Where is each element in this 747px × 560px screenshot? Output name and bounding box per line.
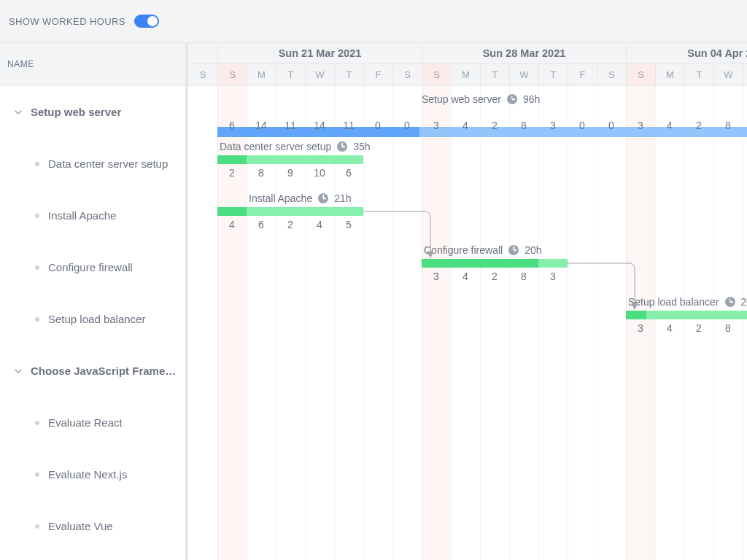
worked-hours-value: 4 [451, 120, 480, 131]
worked-hours-value: 8 [509, 120, 538, 131]
task-label: Evaluate React [48, 416, 123, 429]
worked-hours-value: 3 [538, 120, 568, 131]
worked-hours-value: 4 [655, 322, 684, 334]
show-worked-hours-toggle[interactable] [134, 15, 159, 28]
task-label: Configure firewall [48, 261, 133, 273]
worked-hours-value: 8 [713, 322, 743, 334]
task-label: Evaluate Next.js [48, 468, 127, 481]
bullet-icon [35, 472, 39, 477]
worked-hours-value: 3 [422, 271, 451, 282]
bar-duration: 20h [741, 296, 747, 308]
bullet-icon [35, 214, 39, 218]
worked-hours-value: 3 [626, 322, 655, 334]
task-row[interactable]: Setup load balancer [0, 293, 185, 345]
timeline-header: Sun 21 Mar 2021Sun 28 Mar 2021Sun 04 Apr… [188, 43, 747, 86]
timeline-row [188, 500, 747, 552]
bar-label: Setup load balancer [628, 296, 719, 308]
task-bar[interactable] [217, 155, 363, 164]
worked-hours-value: 3 [626, 120, 655, 131]
day-header: M [655, 64, 684, 85]
bar-duration: 96h [523, 93, 540, 105]
bullet-icon [35, 162, 39, 166]
task-row[interactable]: Evaluate React [0, 397, 185, 448]
task-list-sidebar: NAME Setup web serverData center server … [0, 43, 188, 560]
day-header: W [305, 64, 334, 85]
topbar: SHOW WORKED HOURS [0, 0, 747, 42]
day-header: S [217, 64, 247, 85]
task-label: Setup load balancer [48, 313, 145, 325]
bullet-icon [35, 524, 39, 529]
task-row[interactable]: Evaluate Vue [0, 500, 185, 552]
timeline-row [188, 345, 747, 397]
week-header: Sun 28 Mar 2021 [422, 43, 626, 63]
task-bar[interactable] [217, 207, 363, 216]
week-header [188, 43, 217, 63]
worked-hours-value: 2 [684, 322, 713, 334]
bar-label: Setup web server [422, 93, 501, 105]
worked-hours-value: 3 [422, 120, 451, 131]
timeline-row [188, 448, 747, 500]
day-header: T [684, 64, 713, 85]
day-header: T [480, 64, 509, 85]
day-header: S [188, 64, 217, 85]
worked-hours-value: 3 [538, 271, 568, 282]
worked-hours-value: 4 [217, 219, 247, 230]
timeline-row: Configure firewall 20h34283 [188, 241, 747, 293]
day-header: S [422, 64, 451, 85]
worked-hours-value: 0 [363, 120, 392, 131]
clock-icon [507, 94, 517, 104]
day-header: W [713, 64, 743, 85]
day-header: T [538, 64, 568, 85]
clock-icon [318, 193, 328, 203]
clock-icon [725, 297, 735, 307]
task-group-row[interactable]: Choose JavaScript Frame… [0, 345, 185, 397]
task-label: Install Apache [48, 209, 116, 222]
timeline-row [188, 397, 747, 448]
worked-hours-value: 6 [334, 167, 363, 179]
day-header: S [597, 64, 626, 85]
day-header: M [451, 64, 480, 85]
task-row[interactable]: Install Apache [0, 190, 185, 241]
task-bar[interactable] [422, 259, 568, 268]
timeline-body[interactable]: Setup web server 96h61411141100342830034… [188, 86, 747, 560]
worked-hours-value: 2 [276, 219, 305, 230]
day-header: T [743, 64, 747, 85]
bar-label: Configure firewall [424, 244, 503, 256]
task-bar[interactable] [626, 311, 747, 319]
bar-label: Data center server setup [220, 141, 331, 152]
task-row[interactable]: Data center server setup [0, 138, 185, 190]
worked-hours-value: 14 [305, 120, 334, 131]
chevron-down-icon [13, 366, 23, 376]
day-header: W [509, 64, 538, 85]
clock-icon [508, 245, 519, 255]
task-row[interactable]: Configure firewall [0, 241, 185, 293]
day-header: S [392, 64, 422, 85]
worked-hours-value: 10 [305, 167, 334, 179]
bullet-icon [35, 421, 39, 425]
name-column-header: NAME [7, 59, 34, 69]
day-header: M [247, 64, 276, 85]
worked-hours-value: 4 [305, 219, 334, 230]
worked-hours-value: 4 [451, 271, 480, 282]
worked-hours-value: 9 [276, 167, 305, 179]
week-header: Sun 21 Mar 2021 [217, 43, 422, 63]
task-group-row[interactable]: Setup web server [0, 86, 185, 138]
worked-hours-value: 8 [247, 167, 276, 179]
week-header: Sun 04 Apr 2021 [626, 43, 747, 63]
bar-duration: 35h [353, 141, 370, 152]
worked-hours-value: 2 [684, 120, 713, 131]
worked-hours-value: 2 [217, 167, 247, 179]
bullet-icon [35, 265, 39, 270]
gantt-timeline[interactable]: Sun 21 Mar 2021Sun 28 Mar 2021Sun 04 Apr… [188, 43, 747, 560]
chevron-down-icon [13, 107, 23, 117]
task-label: Evaluate Vue [48, 520, 113, 532]
day-header: S [626, 64, 655, 85]
task-row[interactable]: Evaluate Next.js [0, 448, 185, 500]
day-header: T [276, 64, 305, 85]
task-list-header: NAME [0, 43, 185, 86]
timeline-row: Setup web server 96h61411141100342830034… [188, 86, 747, 138]
worked-hours-value: 6 [217, 120, 247, 131]
timeline-row: Setup load balancer 20h3428 [188, 293, 747, 345]
worked-hours-value: 5 [334, 219, 363, 230]
day-header: T [334, 64, 363, 85]
